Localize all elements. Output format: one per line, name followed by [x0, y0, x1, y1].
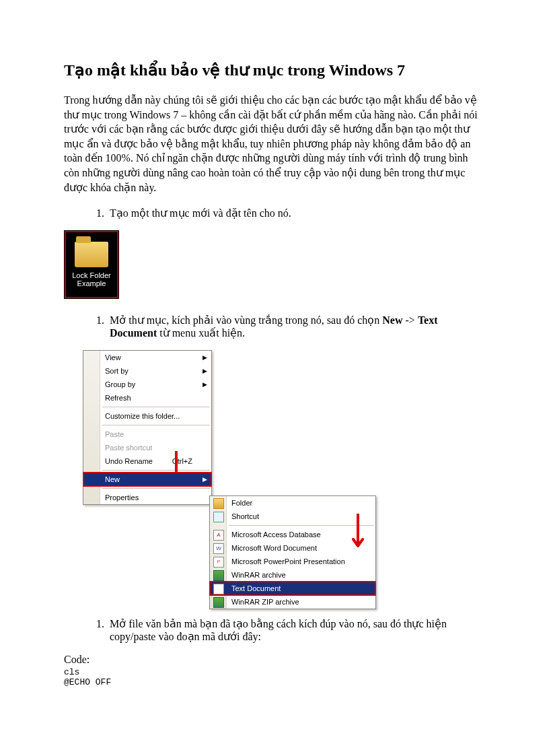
- menu-item-customize-folder[interactable]: Customize this folder...: [83, 409, 211, 423]
- submenu-item-winrar[interactable]: WinRAR archive: [210, 568, 375, 582]
- intro-paragraph: Trong hướng dẫn này chúng tôi sẽ giới th…: [64, 93, 485, 195]
- folder-caption: Lock Folder Example: [72, 271, 110, 288]
- menu-item-view[interactable]: View▶: [83, 351, 211, 364]
- winrar-zip-icon: [213, 597, 224, 608]
- menu-item-paste: Paste: [83, 427, 211, 441]
- submenu-item-shortcut[interactable]: Shortcut: [210, 510, 375, 523]
- powerpoint-icon: P: [213, 557, 224, 568]
- submenu-item-word-doc[interactable]: W Microsoft Word Document: [210, 541, 375, 555]
- text-document-icon: [213, 584, 224, 594]
- folder-icon: [75, 242, 108, 267]
- menu-item-undo-rename[interactable]: Undo Rename Ctrl+Z: [83, 454, 211, 468]
- context-menu-new-submenu: Folder Shortcut A Microsoft Access Datab…: [209, 495, 376, 609]
- menu-item-refresh[interactable]: Refresh: [83, 391, 211, 405]
- context-menu-figure: View▶ Sort by▶ Group by▶ Refresh Customi…: [83, 350, 379, 603]
- shortcut-icon: [213, 512, 224, 522]
- folder-example-figure: Lock Folder Example: [64, 230, 119, 299]
- context-menu-main: View▶ Sort by▶ Group by▶ Refresh Customi…: [83, 350, 212, 505]
- page-title: Tạo mật khẩu bảo vệ thư mục trong Window…: [64, 61, 485, 79]
- step-2: Mở thư mục, kích phải vào vùng trắng tro…: [107, 314, 485, 339]
- menu-item-group-by[interactable]: Group by▶: [83, 378, 211, 391]
- menu-item-sort-by[interactable]: Sort by▶: [83, 364, 211, 378]
- submenu-item-powerpoint[interactable]: P Microsoft PowerPoint Presentation: [210, 555, 375, 568]
- submenu-item-access-db[interactable]: A Microsoft Access Database: [210, 528, 375, 541]
- menu-item-properties[interactable]: Properties: [83, 491, 211, 504]
- code-label: Code:: [64, 654, 485, 666]
- winrar-icon: [213, 570, 224, 581]
- submenu-item-winrar-zip[interactable]: WinRAR ZIP archive: [210, 595, 375, 609]
- folder-icon: [213, 498, 224, 509]
- access-icon: A: [213, 530, 224, 541]
- word-icon: W: [213, 543, 224, 554]
- menu-item-paste-shortcut: Paste shortcut: [83, 441, 211, 454]
- step-3: Mở file văn bản mà bạn đã tạo bằng cách …: [107, 617, 485, 643]
- code-block: cls @ECHO OFF: [64, 667, 485, 687]
- submenu-item-folder[interactable]: Folder: [210, 496, 375, 510]
- menu-item-new[interactable]: New▶: [83, 473, 211, 486]
- step-1: Tạo một thư mục mới và đặt tên cho nó.: [107, 207, 485, 219]
- submenu-item-text-document[interactable]: Text Document: [210, 582, 375, 595]
